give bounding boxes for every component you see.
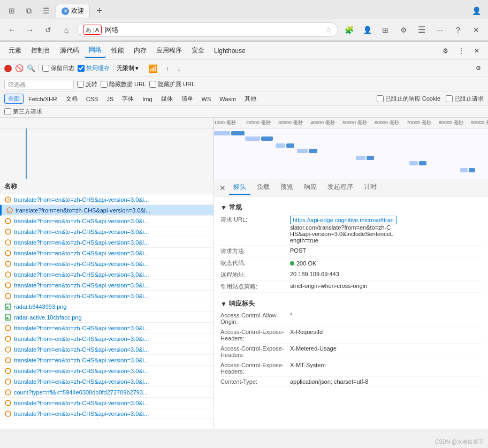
devtools-elements-tab[interactable]: 元素 bbox=[4, 44, 26, 57]
type-filter-ws[interactable]: WS bbox=[198, 95, 215, 103]
hide-data-url-checkbox[interactable] bbox=[101, 81, 108, 88]
throttle-dropdown[interactable]: 无限制 ▾ bbox=[117, 64, 139, 72]
file-item-9[interactable]: translate?from=en&to=zh-CHS&api-version=… bbox=[0, 291, 214, 301]
new-tab-button[interactable]: ⊞ bbox=[4, 3, 19, 18]
close-button[interactable]: ✕ bbox=[469, 22, 484, 37]
detail-tab-payload[interactable]: 负载 bbox=[253, 180, 274, 195]
disable-cache-label[interactable]: 禁用缓存 bbox=[78, 64, 110, 72]
response-headers-header[interactable]: ▼ 响应标头 bbox=[220, 297, 482, 310]
devtools-close-icon[interactable]: ✕ bbox=[470, 45, 484, 57]
file-item-10[interactable]: translate?from=en&to=zh-CHS&api-version=… bbox=[0, 323, 214, 333]
record-button[interactable] bbox=[4, 65, 12, 72]
file-item-17[interactable]: translate?from=en&to=zh-CHS&api-version=… bbox=[0, 408, 214, 419]
type-filter-manifest[interactable]: 清单 bbox=[178, 94, 197, 104]
upload-button[interactable]: ↑ bbox=[163, 64, 172, 73]
file-item-12[interactable]: translate?from=en&to=zh-CHS&api-version=… bbox=[0, 344, 214, 355]
general-section-header[interactable]: ▼ 常规 bbox=[220, 201, 482, 214]
invert-filter-label[interactable]: 反转 bbox=[77, 80, 97, 88]
devtools-perf-tab[interactable]: 性能 bbox=[107, 44, 128, 57]
new-tab-plus[interactable]: + bbox=[92, 3, 107, 18]
third-party-label[interactable]: 第三方请求 bbox=[4, 108, 42, 116]
detail-close-button[interactable]: ✕ bbox=[218, 184, 227, 192]
devtools-app-tab[interactable]: 应用程序 bbox=[152, 44, 186, 57]
detail-tab-preview[interactable]: 预览 bbox=[276, 180, 298, 195]
file-item-13[interactable]: translate?from=en&to=zh-CHS&api-version=… bbox=[0, 355, 214, 366]
detail-tab-initiator[interactable]: 发起程序 bbox=[323, 180, 357, 195]
devtools-settings-icon[interactable]: ⚙ bbox=[438, 45, 453, 57]
devtools-memory-tab[interactable]: 内存 bbox=[129, 44, 151, 57]
blocked-requests-label[interactable]: 已阻止请求 bbox=[446, 95, 484, 103]
file-item-11[interactable]: translate?from=en&to=zh-CHS&api-version=… bbox=[0, 333, 214, 344]
file-item-7[interactable]: translate?from=en&to=zh-CHS&api-version=… bbox=[0, 269, 214, 280]
file-item-6[interactable]: translate?from=en&to=zh-CHS&api-version=… bbox=[0, 259, 214, 269]
file-item-5[interactable]: translate?from=en&to=zh-CHS&api-version=… bbox=[0, 248, 214, 259]
clear-button[interactable]: 🚫 bbox=[15, 64, 24, 72]
blocked-cookie-checkbox[interactable] bbox=[377, 95, 384, 102]
settings-button[interactable]: ⚙ bbox=[396, 22, 411, 37]
type-filter-css[interactable]: CSS bbox=[82, 95, 102, 103]
file-item-radar2[interactable]: ▣ radar-active.10cbfacc.png bbox=[0, 312, 214, 323]
devtools-lighthouse-tab[interactable]: Lighthouse bbox=[210, 45, 250, 57]
profile-button[interactable]: 👤 bbox=[469, 3, 484, 18]
preserve-log-checkbox[interactable] bbox=[42, 65, 49, 72]
extensions-button[interactable]: 🧩 bbox=[341, 22, 356, 37]
tab-list-button[interactable]: ☰ bbox=[39, 3, 54, 18]
file-item-2[interactable]: translate?from=en&to=zh-CHS&api-version=… bbox=[0, 216, 214, 226]
file-item-4[interactable]: translate?from=en&to=zh-CHS&api-version=… bbox=[0, 237, 214, 248]
hide-ext-url-label[interactable]: 隐藏扩展 URL bbox=[149, 80, 195, 88]
blocked-requests-checkbox[interactable] bbox=[446, 95, 453, 102]
devtools-sources-tab[interactable]: 源代码 bbox=[56, 44, 83, 57]
more-button[interactable]: ··· bbox=[432, 22, 447, 37]
file-item-count[interactable]: count?type=nfl&k=5944e0308db0fd272709b27… bbox=[0, 387, 214, 398]
file-item-3[interactable]: translate?from=en&to=zh-CHS&api-version=… bbox=[0, 226, 214, 237]
preserve-log-label[interactable]: 保留日志 bbox=[42, 64, 74, 72]
active-tab[interactable]: ⊞ 欢迎 bbox=[56, 4, 90, 18]
forward-button[interactable]: → bbox=[22, 22, 37, 37]
search-button[interactable]: 🔍 bbox=[27, 64, 35, 72]
detail-tab-timing[interactable]: 计时 bbox=[360, 180, 381, 195]
blocked-cookie-label[interactable]: 已阻止的响应 Cookie bbox=[377, 95, 440, 103]
network-settings-button[interactable]: ⚙ bbox=[473, 64, 484, 73]
type-filter-media[interactable]: 媒体 bbox=[157, 94, 177, 104]
devtools-more-icon[interactable]: ⋮ bbox=[454, 45, 469, 57]
collections-button[interactable]: ⊞ bbox=[378, 22, 393, 37]
address-input-wrap[interactable]: あ | A 网络 ☆ bbox=[77, 22, 338, 37]
disable-cache-checkbox[interactable] bbox=[78, 65, 85, 72]
file-item-1[interactable]: ↺ translate?from=en&to=zh-CHS&api-versio… bbox=[0, 205, 214, 216]
help-button[interactable]: ? bbox=[451, 22, 466, 37]
type-filter-other[interactable]: 其他 bbox=[241, 94, 260, 104]
type-filter-font[interactable]: 字体 bbox=[118, 94, 138, 104]
url-link-display[interactable]: https://api-edge.cognitive.microsofttran bbox=[290, 216, 396, 224]
copy-tab-button[interactable]: ⧉ bbox=[21, 3, 36, 18]
language-badge[interactable]: あ | A bbox=[83, 25, 102, 35]
file-item-radar1[interactable]: ▣ radar.b6443993.png bbox=[0, 301, 214, 312]
type-filter-js[interactable]: JS bbox=[103, 95, 117, 103]
file-item-15[interactable]: translate?from=en&to=zh-CHS&api-version=… bbox=[0, 376, 214, 387]
filter-input[interactable] bbox=[4, 80, 74, 89]
back-button[interactable]: ← bbox=[4, 22, 19, 37]
hide-data-url-label[interactable]: 隐藏数据 URL bbox=[101, 80, 146, 88]
type-filter-wasm[interactable]: Wasm bbox=[216, 95, 240, 103]
third-party-checkbox[interactable] bbox=[4, 108, 11, 115]
devtools-network-tab[interactable]: 网络 bbox=[85, 43, 106, 58]
star-icon[interactable]: ☆ bbox=[325, 26, 332, 34]
type-filter-doc[interactable]: 文档 bbox=[62, 94, 81, 104]
hide-ext-url-checkbox[interactable] bbox=[149, 81, 156, 88]
download-button[interactable]: ↓ bbox=[175, 64, 184, 73]
type-filter-all[interactable]: 全部 bbox=[4, 94, 24, 104]
invert-checkbox[interactable] bbox=[77, 81, 84, 88]
detail-tab-response[interactable]: 响应 bbox=[300, 180, 321, 195]
file-item-8[interactable]: translate?from=en&to=zh-CHS&api-version=… bbox=[0, 280, 214, 291]
type-filter-img[interactable]: Img bbox=[139, 95, 156, 103]
home-button[interactable]: ⌂ bbox=[59, 22, 74, 37]
file-item-16[interactable]: translate?from=en&to=zh-CHS&api-version=… bbox=[0, 398, 214, 408]
file-item-0[interactable]: ↺ translate?from=en&to=zh-CHS&api-versio… bbox=[0, 194, 214, 205]
reload-button[interactable]: ↺ bbox=[41, 22, 56, 37]
devtools-security-tab[interactable]: 安全 bbox=[187, 44, 209, 57]
detail-tab-headers[interactable]: 标头 bbox=[229, 180, 250, 195]
import-button[interactable]: 📶 bbox=[146, 63, 160, 74]
file-item-14[interactable]: translate?from=en&to=zh-CHS&api-version=… bbox=[0, 366, 214, 376]
type-filter-fetch[interactable]: Fetch/XHR bbox=[25, 95, 61, 103]
profile-icon-button[interactable]: 👤 bbox=[360, 22, 375, 37]
sidebar-button[interactable]: ☰ bbox=[414, 22, 429, 37]
